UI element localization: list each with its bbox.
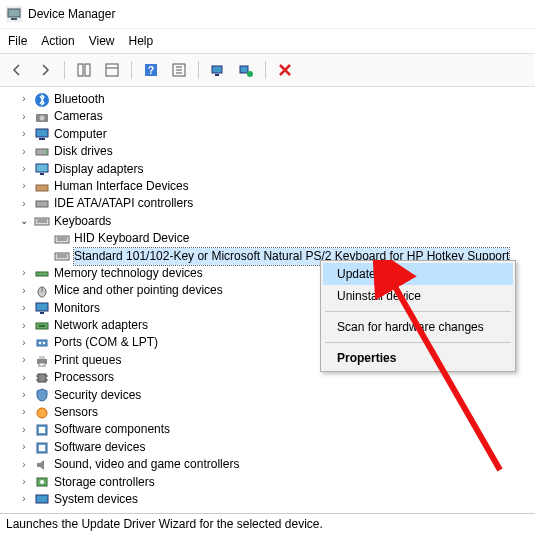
expand-arrow[interactable]: › (18, 127, 30, 142)
expand-arrow[interactable]: › (18, 440, 30, 455)
titlebar: Device Manager (0, 0, 535, 29)
disk-icon (34, 144, 50, 160)
tree-node-sound[interactable]: › Sound, video and game controllers (4, 456, 535, 473)
system-icon (34, 492, 50, 508)
tree-node-swcomp[interactable]: › Software components (4, 421, 535, 438)
tree-node-swdev[interactable]: › Software devices (4, 439, 535, 456)
expand-arrow[interactable]: › (18, 475, 30, 490)
status-bar: Launches the Update Driver Wizard for th… (0, 513, 535, 534)
expand-arrow[interactable]: › (18, 162, 30, 177)
tree-label: Disk drives (54, 143, 113, 160)
app-icon (6, 6, 22, 22)
forward-button[interactable] (34, 60, 56, 80)
svg-rect-3 (85, 64, 90, 76)
window-title: Device Manager (28, 7, 115, 21)
tree-node-hid-keyboard[interactable]: HID Keyboard Device (4, 230, 535, 247)
ide-icon (34, 196, 50, 212)
menu-help[interactable]: Help (129, 34, 154, 48)
security-icon (34, 387, 50, 403)
help-button[interactable]: ? (140, 60, 162, 80)
toolbar-sep2 (131, 61, 132, 79)
svg-point-54 (37, 408, 47, 418)
expand-arrow[interactable]: › (18, 336, 30, 351)
svg-rect-47 (39, 356, 45, 359)
expand-arrow[interactable]: › (18, 458, 30, 473)
collapse-arrow[interactable]: ⌄ (18, 214, 30, 229)
menu-action[interactable]: Action (41, 34, 74, 48)
expand-arrow[interactable]: › (18, 405, 30, 420)
status-text: Launches the Update Driver Wizard for th… (6, 517, 323, 531)
update-driver-button[interactable] (207, 60, 229, 80)
tree-node-storage[interactable]: › Storage controllers (4, 474, 535, 491)
toolbar: ? (0, 53, 535, 87)
computer-node-button[interactable] (168, 60, 190, 80)
tree-label: Display adapters (54, 161, 143, 178)
expand-arrow[interactable]: › (18, 284, 30, 299)
tree-node-sensors[interactable]: › Sensors (4, 404, 535, 421)
cpu-icon (34, 370, 50, 386)
tree-node-disk[interactable]: › Disk drives (4, 143, 535, 160)
tree-label: Cameras (54, 108, 103, 125)
expand-arrow[interactable]: › (18, 492, 30, 507)
svg-rect-43 (37, 340, 47, 346)
menu-file[interactable]: File (8, 34, 27, 48)
software-icon (34, 422, 50, 438)
expand-arrow[interactable]: › (18, 145, 30, 160)
tree-node-bluetooth[interactable]: › Bluetooth (4, 91, 535, 108)
properties-button[interactable] (101, 60, 123, 80)
expand-arrow[interactable]: › (18, 197, 30, 212)
expand-arrow[interactable]: › (18, 266, 30, 281)
svg-rect-14 (240, 66, 248, 73)
expand-arrow[interactable]: › (18, 388, 30, 403)
keyboard-icon (54, 231, 70, 247)
svg-rect-24 (40, 173, 44, 175)
tree-node-cameras[interactable]: › Cameras (4, 108, 535, 125)
tree-label: Mice and other pointing devices (54, 282, 223, 299)
svg-rect-19 (36, 129, 48, 137)
tree-label: Network adapters (54, 317, 148, 334)
mouse-icon (34, 283, 50, 299)
tree-node-keyboards[interactable]: ⌄ Keyboards (4, 213, 535, 230)
tree-label: Ports (COM & LPT) (54, 334, 158, 351)
expand-arrow[interactable]: › (18, 319, 30, 334)
expand-arrow[interactable]: › (18, 353, 30, 368)
expand-arrow[interactable]: › (18, 179, 30, 194)
expand-arrow[interactable]: › (18, 92, 30, 107)
svg-rect-56 (39, 427, 45, 433)
sensor-icon (34, 405, 50, 421)
network-icon (34, 318, 50, 334)
tree-node-display[interactable]: › Display adapters (4, 161, 535, 178)
tree-label: Monitors (54, 300, 100, 317)
context-menu: Update driver Uninstall device Scan for … (320, 260, 516, 372)
tree-node-security[interactable]: › Security devices (4, 387, 535, 404)
svg-rect-2 (78, 64, 83, 76)
uninstall-button[interactable] (274, 60, 296, 80)
expand-arrow[interactable]: › (18, 423, 30, 438)
tree-label: Memory technology devices (54, 265, 203, 282)
show-hide-tree-button[interactable] (73, 60, 95, 80)
expand-arrow[interactable]: › (18, 301, 30, 316)
tree-node-hid[interactable]: › Human Interface Devices (4, 178, 535, 195)
tree-node-computer[interactable]: › Computer (4, 126, 535, 143)
scan-hardware-button[interactable] (235, 60, 257, 80)
tree-label: Print queues (54, 352, 121, 369)
tree-node-system[interactable]: › System devices (4, 491, 535, 508)
context-scan[interactable]: Scan for hardware changes (323, 316, 513, 338)
svg-rect-25 (36, 185, 48, 191)
back-button[interactable] (6, 60, 28, 80)
context-sep (325, 311, 511, 312)
expand-arrow[interactable]: › (18, 371, 30, 386)
context-update-driver[interactable]: Update driver (323, 263, 513, 285)
svg-point-60 (40, 480, 44, 484)
tree-label: IDE ATA/ATAPI controllers (54, 195, 193, 212)
context-uninstall[interactable]: Uninstall device (323, 285, 513, 307)
tree-node-ide[interactable]: › IDE ATA/ATAPI controllers (4, 195, 535, 212)
menu-view[interactable]: View (89, 34, 115, 48)
bluetooth-icon (34, 92, 50, 108)
context-properties[interactable]: Properties (323, 347, 513, 369)
toolbar-sep4 (265, 61, 266, 79)
expand-arrow[interactable]: › (18, 110, 30, 125)
svg-point-15 (247, 71, 253, 77)
storage-icon (34, 474, 50, 490)
monitor-icon (34, 300, 50, 316)
